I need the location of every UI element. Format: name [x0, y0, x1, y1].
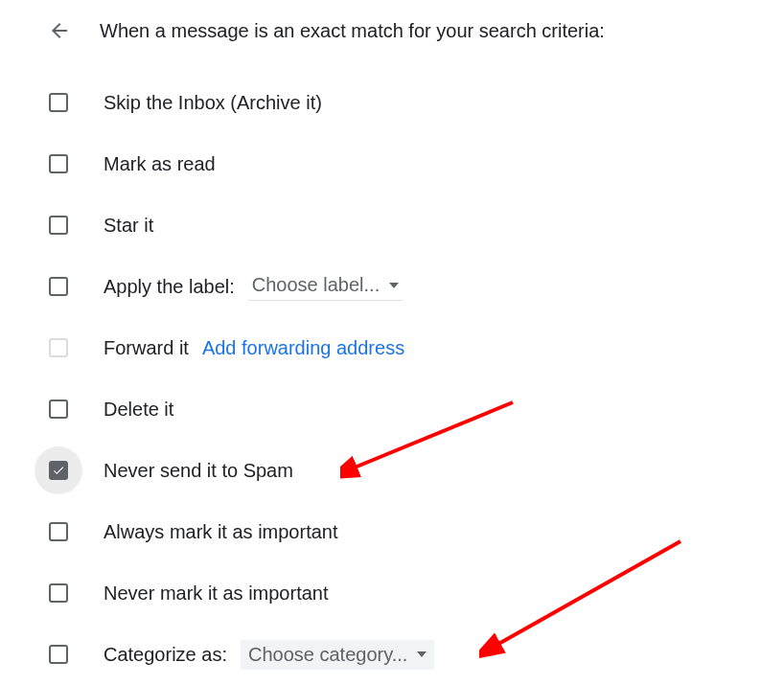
label-mark-read: Mark as read — [104, 153, 216, 175]
checkbox-never-spam[interactable] — [49, 461, 68, 480]
option-star: Star it — [48, 213, 736, 238]
checkbox-apply-label[interactable] — [49, 277, 68, 296]
forward-text: Forward it — [104, 337, 189, 359]
checkbox-delete[interactable] — [49, 400, 68, 419]
checkbox-star[interactable] — [49, 216, 68, 235]
choose-category-text: Choose category... — [248, 644, 407, 666]
label-delete: Delete it — [104, 399, 173, 421]
label-never-important: Never mark it as important — [104, 582, 329, 605]
option-skip-inbox: Skip the Inbox (Archive it) — [48, 90, 736, 115]
option-categorize: Categorize as: Choose category... — [48, 642, 736, 667]
choose-label-text: Choose label... — [252, 274, 380, 296]
option-apply-label: Apply the label: Choose label... — [48, 274, 736, 299]
add-forwarding-link[interactable]: Add forwarding address — [202, 337, 404, 359]
label-apply-label: Apply the label: Choose label... — [104, 272, 403, 301]
choose-category-dropdown[interactable]: Choose category... — [241, 640, 434, 670]
option-mark-read: Mark as read — [48, 151, 736, 176]
page-title: When a message is an exact match for you… — [100, 20, 605, 42]
label-forward: Forward it Add forwarding address — [104, 337, 404, 359]
checkbox-categorize[interactable] — [49, 645, 68, 664]
label-skip-inbox: Skip the Inbox (Archive it) — [104, 92, 322, 114]
checkbox-skip-inbox[interactable] — [49, 93, 68, 112]
option-forward: Forward it Add forwarding address — [48, 335, 736, 360]
option-delete: Delete it — [48, 397, 736, 422]
checkbox-never-important[interactable] — [49, 583, 68, 603]
back-arrow-icon[interactable] — [48, 19, 71, 42]
choose-label-dropdown[interactable]: Choose label... — [248, 272, 403, 301]
caret-down-icon — [389, 283, 399, 288]
checkbox-always-important[interactable] — [49, 522, 68, 541]
checkbox-mark-read[interactable] — [49, 154, 68, 173]
label-star: Star it — [104, 215, 153, 237]
label-never-spam: Never send it to Spam — [104, 460, 293, 482]
label-categorize: Categorize as: Choose category... — [104, 640, 434, 670]
categorize-text: Categorize as: — [104, 644, 227, 666]
option-always-important: Always mark it as important — [48, 519, 736, 544]
option-never-important: Never mark it as important — [48, 581, 736, 605]
caret-down-icon — [417, 651, 427, 657]
label-always-important: Always mark it as important — [104, 521, 338, 543]
apply-label-text: Apply the label: — [104, 276, 235, 298]
header: When a message is an exact match for you… — [48, 19, 736, 42]
checkbox-forward[interactable] — [49, 338, 68, 357]
option-never-spam: Never send it to Spam — [48, 458, 736, 483]
